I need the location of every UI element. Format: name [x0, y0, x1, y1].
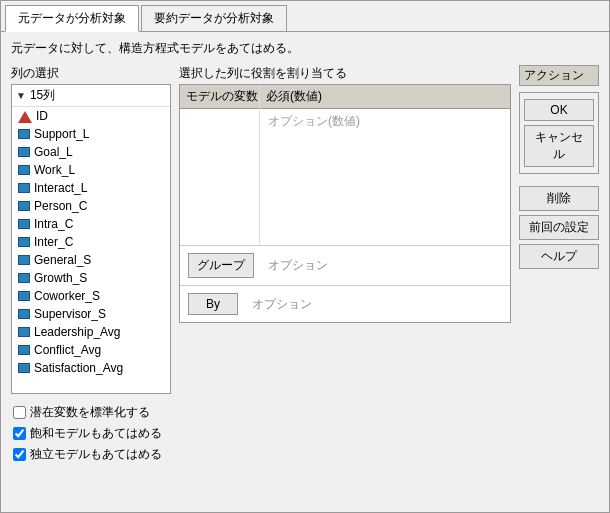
checkbox-saturated[interactable] — [13, 427, 26, 440]
list-item[interactable]: Work_L — [12, 161, 170, 179]
ok-button[interactable]: OK — [524, 99, 594, 121]
item-label: Coworker_S — [34, 289, 100, 303]
right-panel: アクション OK キャンセル 削除 前回の設定 ヘルプ — [519, 65, 599, 394]
ruler-icon — [18, 255, 30, 265]
bottom-section: 潜在変数を標準化する 飽和モデルもあてはめる 独立モデルもあてはめる — [11, 404, 599, 463]
list-item[interactable]: Supervisor_S — [12, 305, 170, 323]
checkbox-row-standardize: 潜在変数を標準化する — [13, 404, 599, 421]
list-item[interactable]: Interact_L — [12, 179, 170, 197]
item-label: Satisfaction_Avg — [34, 361, 123, 375]
item-label: Goal_L — [34, 145, 73, 159]
list-item[interactable]: General_S — [12, 251, 170, 269]
by-option: オプション — [246, 294, 318, 315]
col-header-required: 必須(数値) — [260, 85, 510, 109]
item-label: Interact_L — [34, 181, 87, 195]
by-button[interactable]: By — [188, 293, 238, 315]
assign-box: モデルの変数 必須(数値) オプション(数値) グループ — [179, 84, 511, 323]
checkbox-standardize[interactable] — [13, 406, 26, 419]
content-area: 元データに対して、構造方程式モデルをあてはめる。 列の選択 ▼ 15列 ID — [1, 32, 609, 471]
ruler-icon — [18, 129, 30, 139]
main-row: 列の選択 ▼ 15列 ID Support_L — [11, 65, 599, 394]
action-label: アクション — [519, 65, 599, 86]
list-item[interactable]: Support_L — [12, 125, 170, 143]
ruler-icon — [18, 147, 30, 157]
ruler-icon — [18, 345, 30, 355]
group-row: グループ オプション — [180, 245, 510, 285]
list-item[interactable]: Person_C — [12, 197, 170, 215]
by-row: By オプション — [180, 285, 510, 322]
assign-col-roles: 必須(数値) オプション(数値) — [260, 85, 510, 245]
checkbox-standardize-label[interactable]: 潜在変数を標準化する — [30, 404, 150, 421]
item-label: Leadership_Avg — [34, 325, 121, 339]
list-item[interactable]: Conflict_Avg — [12, 341, 170, 359]
item-label: Work_L — [34, 163, 75, 177]
middle-panel: 選択した列に役割を割り当てる モデルの変数 必須(数値) オプション(数値) — [179, 65, 511, 394]
item-label: Conflict_Avg — [34, 343, 101, 357]
ruler-icon — [18, 327, 30, 337]
tab-summary[interactable]: 要約データが分析対象 — [141, 5, 287, 31]
action-group: OK キャンセル — [519, 92, 599, 174]
item-label: Supervisor_S — [34, 307, 106, 321]
item-label: Inter_C — [34, 235, 73, 249]
group-option: オプション — [262, 255, 334, 276]
tab-original[interactable]: 元データが分析対象 — [5, 5, 139, 32]
col-body-variables[interactable] — [180, 109, 259, 245]
description-text: 元データに対して、構造方程式モデルをあてはめる。 — [11, 40, 599, 57]
ruler-icon — [18, 309, 30, 319]
group-button[interactable]: グループ — [188, 253, 254, 278]
left-panel-label: 列の選択 — [11, 65, 171, 82]
item-label: Intra_C — [34, 217, 73, 231]
assign-top-area: モデルの変数 必須(数値) オプション(数値) — [180, 85, 510, 245]
item-label: Person_C — [34, 199, 87, 213]
list-item[interactable]: Goal_L — [12, 143, 170, 161]
checkbox-row-independent: 独立モデルもあてはめる — [13, 446, 599, 463]
checkbox-saturated-label[interactable]: 飽和モデルもあてはめる — [30, 425, 162, 442]
ruler-icon — [18, 201, 30, 211]
item-label: General_S — [34, 253, 91, 267]
collapse-arrow-icon: ▼ — [16, 90, 26, 101]
help-button[interactable]: ヘルプ — [519, 244, 599, 269]
prev-settings-button[interactable]: 前回の設定 — [519, 215, 599, 240]
col-header-variables: モデルの変数 — [180, 85, 259, 109]
tab-bar: 元データが分析対象 要約データが分析対象 — [1, 1, 609, 32]
list-item[interactable]: Leadership_Avg — [12, 323, 170, 341]
item-label: ID — [36, 109, 48, 123]
left-panel: 列の選択 ▼ 15列 ID Support_L — [11, 65, 171, 394]
list-header-count: 15列 — [30, 87, 55, 104]
ruler-icon — [18, 219, 30, 229]
middle-panel-label: 選択した列に役割を割り当てる — [179, 65, 511, 82]
ruler-icon — [18, 183, 30, 193]
item-label: Support_L — [34, 127, 89, 141]
ruler-icon — [18, 291, 30, 301]
item-label: Growth_S — [34, 271, 87, 285]
ruler-icon — [18, 273, 30, 283]
assign-col-variables: モデルの変数 — [180, 85, 260, 245]
ruler-icon — [18, 363, 30, 373]
list-item[interactable]: Coworker_S — [12, 287, 170, 305]
ruler-icon — [18, 237, 30, 247]
list-item[interactable]: Inter_C — [12, 233, 170, 251]
list-header[interactable]: ▼ 15列 — [12, 85, 170, 107]
required-placeholder: オプション(数値) — [264, 111, 506, 132]
cancel-button[interactable]: キャンセル — [524, 125, 594, 167]
delete-button[interactable]: 削除 — [519, 186, 599, 211]
checkbox-row-saturated: 飽和モデルもあてはめる — [13, 425, 599, 442]
checkbox-independent[interactable] — [13, 448, 26, 461]
list-item[interactable]: Growth_S — [12, 269, 170, 287]
column-list-box[interactable]: ▼ 15列 ID Support_L Goal_L — [11, 84, 171, 394]
col-body-required[interactable]: オプション(数値) — [260, 109, 510, 245]
ruler-icon — [18, 165, 30, 175]
scale-icon — [18, 111, 32, 123]
checkbox-independent-label[interactable]: 独立モデルもあてはめる — [30, 446, 162, 463]
list-item[interactable]: ID — [12, 107, 170, 125]
list-item[interactable]: Satisfaction_Avg — [12, 359, 170, 377]
list-item[interactable]: Intra_C — [12, 215, 170, 233]
dialog: 元データが分析対象 要約データが分析対象 元データに対して、構造方程式モデルをあ… — [0, 0, 610, 513]
